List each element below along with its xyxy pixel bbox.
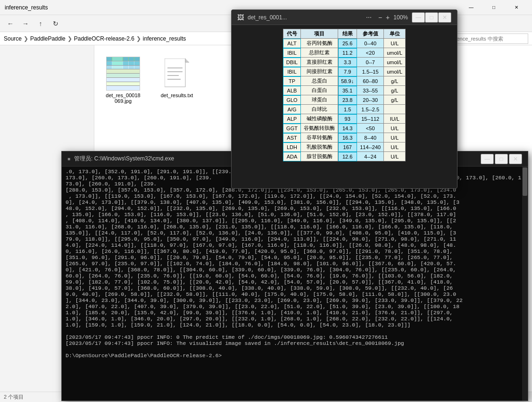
table-cell: 0--7 xyxy=(357,58,384,67)
file-thumbnail-jpg xyxy=(106,57,140,91)
table-cell: 0--40 xyxy=(357,39,384,48)
breadcrumb-paddleocr[interactable]: PaddleOCR-release-2.6 xyxy=(74,35,134,42)
maximize-button[interactable]: □ xyxy=(483,0,505,15)
table-row: IBIL间接胆红素7.91.5--15umol/L xyxy=(283,67,405,76)
col-header-item: 项目 xyxy=(301,29,338,39)
table-cell: 58.9↓ xyxy=(338,76,357,86)
table-cell: IBIL xyxy=(283,67,300,76)
breadcrumb-source[interactable]: Source xyxy=(4,35,22,42)
table-cell: 16.3 xyxy=(338,133,357,142)
table-cell: <50 xyxy=(357,124,384,133)
table-row: GGT谷氨酰转肽酶14.3<50U/L xyxy=(283,124,405,133)
viewer-minimize-button[interactable]: — xyxy=(412,12,425,23)
viewer-maximize-button[interactable]: □ xyxy=(425,12,438,23)
viewer-body: 代号 项目 结果 参考值 单位 ALT谷丙转氨酶25.60--40U/LIBIL… xyxy=(232,25,457,188)
refresh-button[interactable]: ↻ xyxy=(49,17,62,30)
table-row: IBIL总胆红素11.2<20umol/L xyxy=(283,48,405,58)
table-cell: AST xyxy=(283,133,300,142)
table-row: A/G白球比1.51.5--2.5 xyxy=(283,105,405,114)
table-cell: 1.5--15 xyxy=(357,67,384,76)
file-item-jpg[interactable]: det_res_00018069.jpg xyxy=(102,53,144,108)
minimize-button[interactable]: — xyxy=(460,0,482,15)
table-cell: 93 xyxy=(338,114,357,124)
cmd-body-container: .0, 173.0], [352.0, 191.0], [291.0, 191.… xyxy=(62,167,528,401)
col-header-result: 结果 xyxy=(338,29,357,39)
table-cell: 直接胆红素 xyxy=(301,58,338,67)
cmd-body[interactable]: .0, 173.0], [352.0, 191.0], [291.0, 191.… xyxy=(62,167,528,360)
table-cell: 球蛋白 xyxy=(301,95,338,105)
table-row: ALT谷丙转氨酶25.60--40U/L xyxy=(283,39,405,48)
table-cell: ALT xyxy=(283,39,300,48)
table-row: ALP碱性磷酸酶9315--112IU/L xyxy=(283,114,405,124)
breadcrumb-paddlepaddle[interactable]: PaddlePaddle xyxy=(30,35,66,42)
col-header-unit: 单位 xyxy=(384,29,406,39)
viewer-file-icon: 🖼 xyxy=(237,14,244,21)
table-cell: IBIL xyxy=(283,48,300,58)
back-button[interactable]: ← xyxy=(4,17,17,30)
file-name-txt: det_results.txt xyxy=(161,92,193,98)
cmd-close-button[interactable]: ✕ xyxy=(509,154,522,164)
cmd-maximize-button[interactable]: □ xyxy=(495,154,508,164)
table-cell: 60--80 xyxy=(357,76,384,86)
medical-table: 代号 项目 结果 参考值 单位 ALT谷丙转氨酶25.60--40U/LIBIL… xyxy=(283,29,406,161)
table-row: ADA腺甘脱氨酶12.64--24U/L xyxy=(283,152,405,161)
table-cell: U/L xyxy=(384,39,406,48)
forward-button[interactable]: → xyxy=(19,17,32,30)
viewer-controls: − + 100% xyxy=(378,14,408,21)
table-cell: A/G xyxy=(283,105,300,114)
table-cell: 167 xyxy=(338,142,357,152)
table-cell: umol/L xyxy=(384,67,406,76)
up-button[interactable]: ↑ xyxy=(34,17,47,30)
cmd-minimize-button[interactable]: — xyxy=(481,154,494,164)
table-cell: LDH xyxy=(283,142,300,152)
table-cell: DBIL xyxy=(283,58,300,67)
table-cell: g/L xyxy=(384,76,406,86)
table-cell: U/L xyxy=(384,142,406,152)
table-cell: 8--40 xyxy=(357,133,384,142)
table-cell: 14.3 xyxy=(338,124,357,133)
table-cell: 23.8 xyxy=(338,95,357,105)
table-cell: 总胆红素 xyxy=(301,48,338,58)
table-cell: ALP xyxy=(283,114,300,124)
table-cell: g/L xyxy=(384,86,406,95)
table-cell: 35.1 xyxy=(338,86,357,95)
table-cell: 碱性磷酸酶 xyxy=(301,114,338,124)
file-thumbnail-txt xyxy=(163,57,191,91)
table-cell: U/L xyxy=(384,124,406,133)
table-cell: 谷草转氨酶 xyxy=(301,133,338,142)
table-cell: 33--55 xyxy=(357,86,384,95)
table-cell: umol/L xyxy=(384,58,406,67)
table-cell: ALB xyxy=(283,86,300,95)
table-cell: 总蛋白 xyxy=(301,76,338,86)
zoom-in-button[interactable]: + xyxy=(386,14,390,21)
zoom-out-button[interactable]: − xyxy=(378,14,382,21)
table-cell: U/L xyxy=(384,133,406,142)
viewer-titlebar: 🖼 det_res_0001... ⋯ − + 100% — □ ✕ xyxy=(232,10,457,25)
table-cell: 15--112 xyxy=(357,114,384,124)
file-item-txt[interactable]: det_results.txt xyxy=(156,53,198,102)
breadcrumb-inference[interactable]: inference_results xyxy=(143,35,186,42)
table-row: DBIL直接胆红素3.30--7umol/L xyxy=(283,58,405,67)
table-cell: GLO xyxy=(283,95,300,105)
table-cell: 114--240 xyxy=(357,142,384,152)
viewer-window: 🖼 det_res_0001... ⋯ − + 100% — □ ✕ 代号 项目… xyxy=(231,9,457,189)
viewer-menu-dots[interactable]: ⋯ xyxy=(366,14,373,21)
window-controls: — □ ✕ xyxy=(460,0,527,15)
table-cell: 谷丙转氨酶 xyxy=(301,39,338,48)
table-cell: 20--30 xyxy=(357,95,384,105)
table-cell: 7.9 xyxy=(338,67,357,76)
col-header-code: 代号 xyxy=(283,29,300,39)
cmd-scrollbar[interactable] xyxy=(522,167,528,401)
table-row: ALB白蛋白35.133--55g/L xyxy=(283,86,405,95)
table-cell xyxy=(384,105,406,114)
col-header-ref: 参考值 xyxy=(357,29,384,39)
viewer-title: det_res_0001... xyxy=(248,14,366,21)
table-row: GLO球蛋白23.820--30g/L xyxy=(283,95,405,105)
table-cell: ADA xyxy=(283,152,300,161)
table-cell: 谷氨酰转肽酶 xyxy=(301,124,338,133)
zoom-level: 100% xyxy=(393,14,408,21)
close-button[interactable]: ✕ xyxy=(506,0,527,15)
viewer-close-button[interactable]: ✕ xyxy=(438,12,451,23)
cmd-scrollbar-thumb[interactable] xyxy=(523,168,527,196)
table-cell: <20 xyxy=(357,48,384,58)
